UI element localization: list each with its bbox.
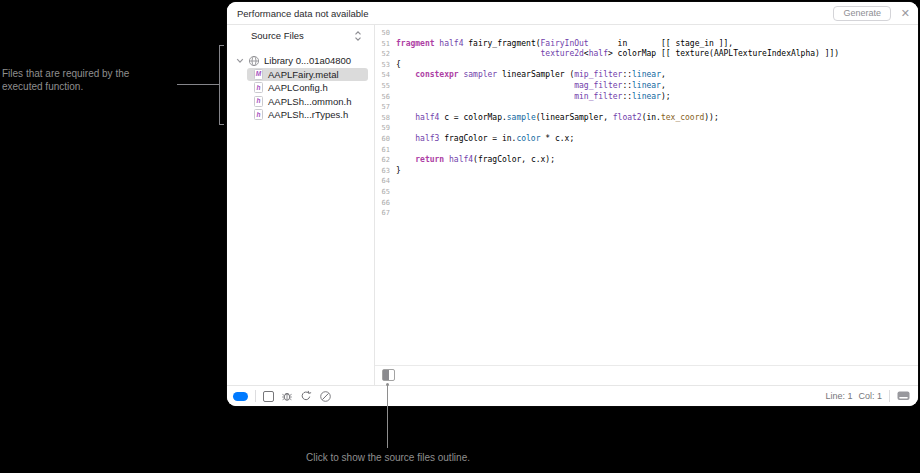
code-text: min_filter::linear);: [396, 92, 671, 103]
code-text: texture2d<half> colorMap [[ texture(AAPL…: [396, 49, 839, 60]
library-label: Library 0...01a04800: [264, 55, 351, 66]
gauge-icon[interactable]: [319, 390, 332, 403]
debug-toolbar: Line: 1 Col: 1: [227, 385, 918, 406]
close-icon[interactable]: ✕: [901, 6, 910, 21]
screenshot-root: Files that are required by the executed …: [0, 0, 920, 473]
callout-bracket-tick-top: [219, 45, 224, 46]
reload-icon[interactable]: [300, 390, 312, 402]
code-line: 52 texture2d<half> colorMap [[ texture(A…: [375, 49, 918, 60]
file-row[interactable]: h AAPLConfig.h: [247, 81, 368, 95]
callout-left-note-line2: executed function.: [2, 80, 178, 93]
shader-profiler-window: Performance data not available Generate …: [227, 2, 918, 406]
code-text: return half4(fragColor, c.x);: [396, 155, 555, 166]
code-line: 51 fragment half4 fairy_fragment(FairyIn…: [375, 39, 918, 50]
line-number: 56: [375, 92, 390, 103]
code-line: 64: [375, 176, 918, 187]
breakpoints-pill-icon[interactable]: [233, 392, 248, 401]
line-indicator: Line: 1: [825, 391, 852, 401]
code-line: 62 return half4(fragColor, c.x);: [375, 155, 918, 166]
line-number: 60: [375, 134, 390, 145]
code-line: 53 {: [375, 60, 918, 71]
line-number: 61: [375, 145, 390, 156]
code-text: {: [396, 60, 401, 71]
code-line: 65: [375, 187, 918, 198]
line-number: 53: [375, 60, 390, 71]
callout-left-note: Files that are required by the executed …: [2, 67, 178, 93]
code-line: 66: [375, 198, 918, 209]
callout-bottom-line: [387, 385, 388, 448]
line-number: 51: [375, 39, 390, 50]
line-number: 65: [375, 187, 390, 198]
code-line: 50: [375, 28, 918, 39]
code-text: constexpr sampler linearSampler (mip_fil…: [396, 70, 666, 81]
code-line: 55 mag_filter::linear,: [375, 81, 918, 92]
source-files-sidebar: Source Files: [227, 25, 375, 385]
metal-library-icon: [248, 55, 260, 67]
file-row[interactable]: h AAPLSh...ommon.h: [247, 95, 368, 109]
code-line: 58 half4 c = colorMap.sample(linearSampl…: [375, 113, 918, 124]
code-line: 56 min_filter::linear);: [375, 92, 918, 103]
line-number: 57: [375, 102, 390, 113]
code-text: }: [396, 166, 401, 177]
callout-left-note-line1: Files that are required by the: [2, 67, 178, 80]
cursor-position: Line: 1 Col: 1: [825, 391, 882, 401]
line-number: 55: [375, 81, 390, 92]
code-line: 61: [375, 145, 918, 156]
callout-connector-line: [177, 84, 219, 85]
code-text: fragment half4 fairy_fragment(FairyInOut…: [396, 39, 733, 50]
code-text: mag_filter::linear,: [396, 81, 666, 92]
debug-bug-icon[interactable]: [281, 390, 293, 402]
debug-toolbar-right: Line: 1 Col: 1: [825, 386, 910, 406]
callout-bracket-tick-bottom: [219, 124, 224, 125]
code-text: half4 c = colorMap.sample(linearSampler,…: [396, 113, 719, 124]
window-topbar: Performance data not available Generate …: [227, 2, 918, 25]
sort-chevrons-icon[interactable]: [354, 30, 362, 42]
code-text: half3 fragColor = in.color * c.x;: [396, 134, 574, 145]
line-number: 64: [375, 176, 390, 187]
file-tree-files: M AAPLFairy.metal h AAPLConfig.h h AAPLS…: [227, 68, 374, 122]
disclosure-chevron-icon[interactable]: [236, 58, 244, 64]
line-number: 59: [375, 123, 390, 134]
callout-bottom-note: Click to show the source files outline.: [238, 451, 538, 464]
tree-row-library[interactable]: Library 0...01a04800: [227, 54, 374, 68]
line-number: 67: [375, 208, 390, 219]
file-label: AAPLFairy.metal: [268, 69, 339, 80]
file-row[interactable]: h AAPLSh...rTypes.h: [247, 108, 368, 122]
code-line: 60 half3 fragColor = in.color * c.x;: [375, 134, 918, 145]
line-number: 50: [375, 28, 390, 39]
code-line: 57: [375, 102, 918, 113]
editor-bottom-strip: [375, 365, 918, 385]
callout-bracket-line: [219, 45, 220, 125]
toolbar-separator: [255, 390, 256, 402]
col-indicator: Col: 1: [858, 391, 882, 401]
file-label: AAPLSh...rTypes.h: [268, 109, 348, 120]
line-number: 62: [375, 155, 390, 166]
line-number: 58: [375, 113, 390, 124]
debug-toolbar-left: [233, 386, 332, 406]
console-icon[interactable]: [897, 391, 910, 402]
performance-status-text: Performance data not available: [237, 8, 369, 19]
file-label: AAPLSh...ommon.h: [268, 96, 351, 107]
sidebar-header: Source Files: [227, 29, 374, 44]
code-line: 59: [375, 123, 918, 134]
code-line: 63 }: [375, 166, 918, 177]
source-file-icon: h: [254, 96, 263, 107]
sidebar-title: Source Files: [251, 30, 304, 41]
generate-button[interactable]: Generate: [833, 6, 891, 21]
code-line: 54 constexpr sampler linearSampler (mip_…: [375, 70, 918, 81]
line-number: 52: [375, 49, 390, 60]
source-file-icon: h: [254, 82, 263, 93]
file-tree: Library 0...01a04800 M AAPLFairy.metal h…: [227, 54, 374, 122]
line-number: 66: [375, 198, 390, 209]
code-editor[interactable]: 50 51 fragment half4 fairy_fragment(Fair…: [375, 25, 918, 365]
toolbar-separator: [889, 390, 890, 402]
file-row[interactable]: M AAPLFairy.metal: [247, 68, 368, 82]
source-files-outline-toggle-icon[interactable]: [382, 369, 395, 381]
file-label: AAPLConfig.h: [268, 82, 328, 93]
source-file-icon: M: [254, 69, 263, 80]
code-line: 67: [375, 208, 918, 219]
line-number: 63: [375, 166, 390, 177]
viewport-square-icon[interactable]: [263, 391, 274, 402]
line-number: 54: [375, 70, 390, 81]
source-file-icon: h: [254, 109, 263, 120]
